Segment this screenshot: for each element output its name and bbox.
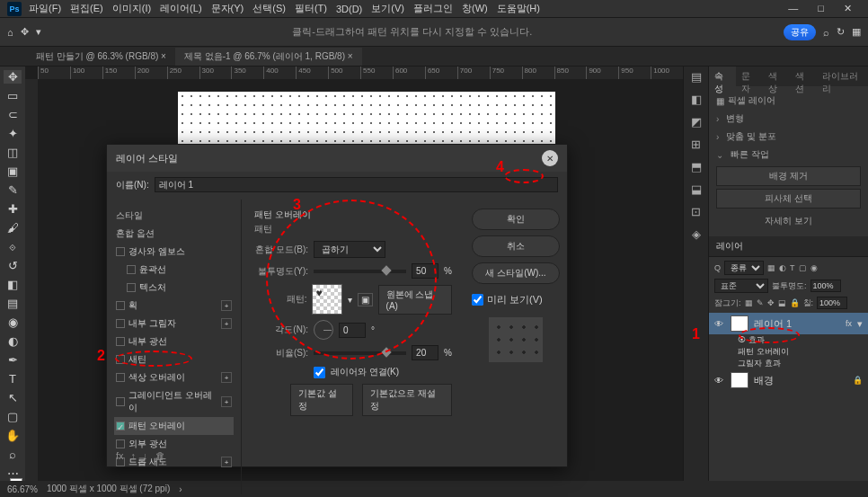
fx-badge[interactable]: fx bbox=[846, 319, 852, 328]
eraser-tool[interactable]: ◧ bbox=[4, 278, 22, 291]
reset-default-button[interactable]: 기본값으로 재설정 bbox=[362, 384, 452, 416]
angle-dial[interactable] bbox=[314, 320, 333, 340]
trash-icon[interactable]: 🗑 bbox=[155, 450, 165, 461]
workspace-icon[interactable]: ▦ bbox=[852, 26, 861, 38]
menu-filter[interactable]: 필터(T) bbox=[295, 2, 327, 15]
type-tool[interactable]: T bbox=[4, 372, 22, 386]
panel-icon-5[interactable]: ⬒ bbox=[691, 160, 702, 173]
panel-icon-1[interactable]: ▤ bbox=[691, 70, 702, 84]
menu-window[interactable]: 창(W) bbox=[462, 2, 488, 15]
layer-name-input[interactable] bbox=[155, 177, 558, 192]
lock-icon-5[interactable]: 🔒 bbox=[790, 298, 800, 307]
cancel-button[interactable]: 취소 bbox=[472, 235, 560, 257]
layer-row-bg[interactable]: 👁 배경 🔒 bbox=[709, 369, 868, 391]
visibility-icon[interactable]: 👁 bbox=[714, 376, 725, 386]
panel-icon-7[interactable]: ⊡ bbox=[691, 205, 701, 218]
search-icon[interactable]: ⌕ bbox=[823, 27, 829, 38]
brush-tool[interactable]: 🖌 bbox=[4, 221, 22, 235]
menu-3d[interactable]: 3D(D) bbox=[336, 4, 362, 14]
layer-fx-pattern[interactable]: 패턴 오버레이 bbox=[709, 346, 868, 358]
menu-edit[interactable]: 편집(E) bbox=[70, 2, 103, 15]
tab-properties[interactable]: 속성 bbox=[709, 67, 736, 86]
history-brush-tool[interactable]: ↺ bbox=[4, 259, 22, 272]
prop-align[interactable]: 맞춤 및 분포 bbox=[726, 130, 776, 143]
tab-swatches[interactable]: 색션 bbox=[790, 67, 817, 86]
blend-mode-dropdown[interactable]: 곱하기 bbox=[314, 241, 385, 258]
tool-move-icon[interactable]: ✥ bbox=[21, 26, 29, 38]
prop-transform[interactable]: 변형 bbox=[726, 112, 744, 125]
menu-layer[interactable]: 레이어(L) bbox=[160, 2, 201, 15]
hand-tool[interactable]: ✋ bbox=[4, 429, 22, 442]
style-contour[interactable]: 윤곽선 bbox=[114, 261, 234, 279]
pattern-dropdown-icon[interactable]: ▾ bbox=[348, 295, 352, 305]
angle-value[interactable] bbox=[339, 323, 366, 338]
opacity-input[interactable] bbox=[810, 280, 841, 292]
panel-icon-2[interactable]: ◧ bbox=[691, 93, 702, 106]
crop-tool[interactable]: ◫ bbox=[4, 146, 22, 159]
menu-help[interactable]: 도움말(H) bbox=[497, 2, 540, 15]
new-style-button[interactable]: 새 스타일(W)... bbox=[472, 262, 560, 284]
doc-tab-1[interactable]: 패턴 만들기 @ 66.3% (RGB/8) × bbox=[27, 48, 175, 66]
shape-tool[interactable]: ▢ bbox=[4, 410, 22, 423]
style-satin[interactable]: 새틴 bbox=[114, 351, 234, 368]
menu-image[interactable]: 이미지(I) bbox=[112, 2, 151, 15]
scale-value[interactable] bbox=[412, 345, 438, 360]
fx-icon[interactable]: fx bbox=[116, 450, 124, 461]
filter-icon-3[interactable]: T bbox=[790, 263, 795, 272]
dodge-tool[interactable]: ◐ bbox=[4, 334, 22, 348]
style-pattern-overlay[interactable]: ✓패턴 오버레이 bbox=[114, 417, 234, 435]
layer-fx-effects[interactable]: ⦿ 효과 bbox=[709, 334, 868, 346]
tab-color[interactable]: 색상 bbox=[763, 67, 790, 86]
blend-mode-select[interactable]: 표준 bbox=[714, 279, 768, 293]
marquee-tool[interactable]: ▭ bbox=[4, 89, 22, 102]
dialog-close-button[interactable]: ✕ bbox=[542, 150, 558, 166]
menu-type[interactable]: 문자(Y) bbox=[211, 2, 244, 15]
style-inner-glow[interactable]: 내부 광선 bbox=[114, 333, 234, 351]
heal-tool[interactable]: ✚ bbox=[4, 202, 22, 216]
view-all-link[interactable]: 자세히 보기 bbox=[716, 211, 861, 231]
style-stroke[interactable]: 획+ bbox=[114, 297, 234, 315]
style-color-overlay[interactable]: 색상 오버레이+ bbox=[114, 368, 234, 386]
panel-icon-3[interactable]: ◩ bbox=[691, 115, 702, 129]
lasso-tool[interactable]: ⊂ bbox=[4, 108, 22, 121]
filter-icon-4[interactable]: ▢ bbox=[799, 263, 807, 272]
up-icon[interactable]: ↑ bbox=[131, 450, 137, 461]
doc-tab-2[interactable]: 제목 없음-1 @ 66.7% (레이어 1, RGB/8) × bbox=[175, 48, 362, 66]
frame-tool[interactable]: ▣ bbox=[4, 164, 22, 178]
menu-file[interactable]: 파일(F) bbox=[29, 2, 61, 15]
filter-icon-5[interactable]: ◉ bbox=[810, 263, 818, 272]
style-styles[interactable]: 스타일 bbox=[114, 207, 234, 225]
menu-plugins[interactable]: 플러그인 bbox=[413, 2, 453, 15]
close-icon[interactable]: ✕ bbox=[844, 3, 852, 14]
style-texture[interactable]: 텍스처 bbox=[114, 279, 234, 297]
pen-tool[interactable]: ✒ bbox=[4, 353, 22, 367]
pattern-picker[interactable] bbox=[312, 284, 341, 315]
link-layer-checkbox[interactable] bbox=[314, 367, 325, 378]
gradient-tool[interactable]: ▤ bbox=[4, 297, 22, 310]
prop-quick[interactable]: 빠른 작업 bbox=[731, 148, 769, 161]
share-button[interactable]: 공유 bbox=[784, 24, 816, 40]
down-icon[interactable]: ↓ bbox=[143, 450, 148, 461]
layer-filter-select[interactable]: 종류 bbox=[724, 261, 764, 275]
new-pattern-icon[interactable]: ▣ bbox=[358, 293, 373, 306]
tab-libraries[interactable]: 라이브러리 bbox=[817, 67, 868, 86]
opacity-slider[interactable] bbox=[314, 270, 406, 273]
maximize-icon[interactable]: □ bbox=[818, 3, 824, 14]
opacity-value[interactable] bbox=[412, 263, 438, 279]
scale-slider[interactable] bbox=[314, 351, 406, 355]
wand-tool[interactable]: ✦ bbox=[4, 127, 22, 140]
history-icon[interactable]: ↻ bbox=[837, 26, 845, 38]
layer-row-1[interactable]: 👁 레이어 1 fx▾ bbox=[709, 313, 868, 334]
zoom-tool[interactable]: ⌕ bbox=[4, 448, 22, 461]
style-blend-opts[interactable]: 혼합 옵션 bbox=[114, 225, 234, 243]
panel-icon-6[interactable]: ⬓ bbox=[691, 182, 702, 196]
layer-fx-shadow[interactable]: 그림자 효과 bbox=[709, 358, 868, 369]
style-gradient-overlay[interactable]: 그레이디언트 오버레이+ bbox=[114, 386, 234, 417]
dialog-titlebar[interactable]: 레이어 스타일 ✕ bbox=[107, 145, 567, 172]
filter-icon-2[interactable]: ◐ bbox=[779, 263, 786, 272]
remove-bg-button[interactable]: 배경 제거 bbox=[716, 166, 861, 186]
stamp-tool[interactable]: ⟐ bbox=[4, 240, 22, 253]
snap-button[interactable]: 원본에 스냅(A) bbox=[378, 285, 452, 315]
lock-icon-4[interactable]: ⬓ bbox=[778, 298, 786, 307]
ok-button[interactable]: 확인 bbox=[472, 209, 560, 230]
